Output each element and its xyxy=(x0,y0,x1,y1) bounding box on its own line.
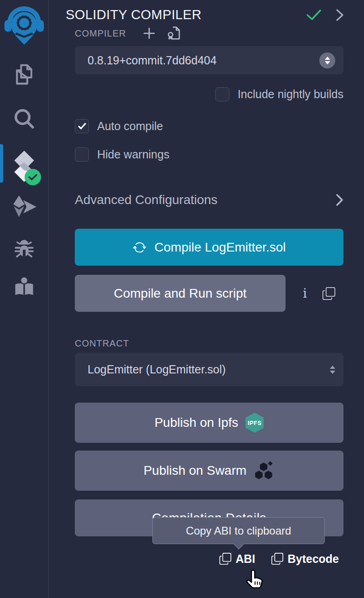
contract-select-value: LogEmitter (LogEmitter.sol) xyxy=(88,363,330,376)
auto-compile-row: Auto compile xyxy=(75,119,343,133)
compiler-version-select[interactable]: 0.8.19+commit.7dd6d404 xyxy=(75,46,343,74)
compiler-version-value: 0.8.19+commit.7dd6d404 xyxy=(88,54,319,67)
icon-sidebar xyxy=(0,0,49,598)
select-caret-icon xyxy=(330,366,335,374)
swarm-logo-icon xyxy=(254,461,275,480)
compile-button-label: Compile LogEmitter.sol xyxy=(155,240,286,255)
hide-warnings-label[interactable]: Hide warnings xyxy=(97,148,169,161)
publish-ipfs-button[interactable]: Publish on Ipfs IPFS xyxy=(75,403,343,443)
remix-logo-icon[interactable] xyxy=(3,3,45,46)
copy-icon xyxy=(271,553,283,565)
panel-header: SOLIDITY COMPILER xyxy=(49,0,364,22)
auto-compile-checkbox[interactable] xyxy=(75,119,89,133)
tooltip-text: Copy ABI to clipboard xyxy=(186,525,291,537)
publish-swarm-label: Publish on Swarm xyxy=(144,463,247,478)
include-nightly-checkbox[interactable] xyxy=(215,87,229,101)
license-icon[interactable] xyxy=(166,25,182,42)
file-explorer-icon[interactable] xyxy=(12,62,36,87)
chevron-right-icon xyxy=(336,194,343,206)
solidity-compiler-icon[interactable] xyxy=(8,150,40,184)
bytecode-label: Bytecode xyxy=(287,552,339,566)
compile-and-run-label: Compile and Run script xyxy=(114,286,246,301)
compile-and-run-button[interactable]: Compile and Run script xyxy=(75,275,286,312)
select-caret-icon xyxy=(319,52,335,68)
solidity-compiler-panel: SOLIDITY COMPILER COMPILER xyxy=(49,0,364,598)
publish-ipfs-label: Publish on Ipfs xyxy=(155,415,239,430)
compiled-success-badge xyxy=(25,169,41,185)
plugin-book-icon[interactable] xyxy=(12,275,36,299)
advanced-configurations-toggle[interactable]: Advanced Configurations xyxy=(75,193,343,207)
info-icon[interactable]: i xyxy=(303,287,307,300)
panel-title: SOLIDITY COMPILER xyxy=(66,7,306,22)
include-nightly-label[interactable]: Include nightly builds xyxy=(238,88,343,101)
advanced-configurations-label: Advanced Configurations xyxy=(75,193,336,207)
contract-section-label: CONTRACT xyxy=(75,338,129,349)
check-icon xyxy=(28,173,37,181)
publish-swarm-button[interactable]: Publish on Swarm xyxy=(75,451,343,491)
auto-compile-label[interactable]: Auto compile xyxy=(97,120,163,133)
copy-artifacts-row: ABI Bytecode xyxy=(75,551,343,567)
ipfs-logo-icon: IPFS xyxy=(245,413,264,433)
copy-bytecode-link[interactable]: Bytecode xyxy=(271,552,339,566)
debugger-icon[interactable] xyxy=(12,237,36,261)
abi-label: ABI xyxy=(235,552,255,566)
compiler-section-header: COMPILER xyxy=(75,26,343,41)
hide-warnings-row: Hide warnings xyxy=(75,147,343,162)
copy-icon xyxy=(219,553,231,565)
hide-warnings-checkbox[interactable] xyxy=(75,147,89,162)
contract-select[interactable]: LogEmitter (LogEmitter.sol) xyxy=(75,353,343,386)
compile-success-check-icon xyxy=(306,9,322,21)
remix-app: SOLIDITY COMPILER COMPILER xyxy=(0,0,364,598)
deploy-run-icon[interactable] xyxy=(11,195,37,218)
contract-section-header: CONTRACT xyxy=(75,337,343,349)
copy-abi-tooltip: Copy ABI to clipboard xyxy=(152,517,325,544)
refresh-icon xyxy=(133,241,146,254)
copy-abi-link[interactable]: ABI xyxy=(219,552,255,566)
active-plugin-indicator xyxy=(0,144,3,183)
collapse-chevron-icon[interactable] xyxy=(336,9,344,21)
compiler-section-label: COMPILER xyxy=(75,28,126,39)
search-icon[interactable] xyxy=(11,106,37,131)
panel-content: COMPILER 0.8.19+commit.7dd6d404 xyxy=(49,26,364,567)
include-nightly-row: Include nightly builds xyxy=(75,87,343,101)
copy-script-icon[interactable] xyxy=(322,287,335,300)
compile-run-row: Compile and Run script i xyxy=(75,275,343,312)
compile-button[interactable]: Compile LogEmitter.sol xyxy=(75,229,343,266)
add-compiler-icon[interactable] xyxy=(142,26,156,40)
